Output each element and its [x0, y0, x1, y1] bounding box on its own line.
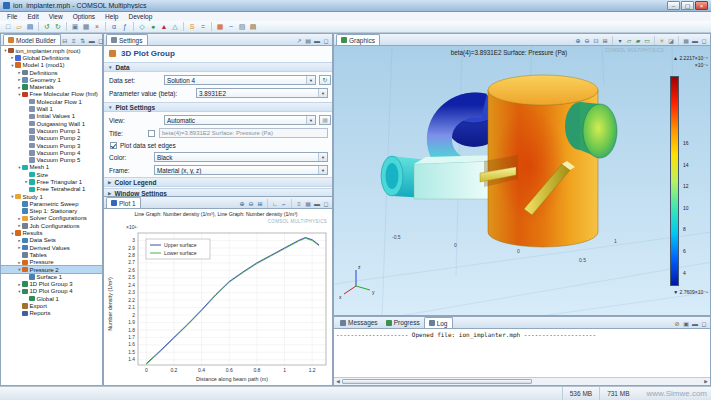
tree-node-data-sets[interactable]: ▸Data Sets	[1, 237, 102, 244]
x-axis-log-icon[interactable]: ∟	[271, 200, 279, 208]
tree-node-export[interactable]: Export	[1, 302, 102, 309]
tree-node-mesh-1[interactable]: ▾Mesh 1	[1, 164, 102, 171]
zoom-out-icon[interactable]: ⊖	[583, 37, 591, 45]
materials-icon[interactable]: ●	[148, 22, 158, 32]
clear-log-icon[interactable]: ⊘	[673, 320, 681, 328]
minimize-button[interactable]: –	[667, 1, 680, 10]
tree-node-parametric-sweep[interactable]: Parametric Sweep	[1, 200, 102, 207]
panel-maximize-icon[interactable]: ◻	[700, 320, 708, 328]
tree-node-vacuum-pump-5[interactable]: Vacuum Pump 5	[1, 156, 102, 163]
tree-node-reports[interactable]: Reports	[1, 310, 102, 317]
snapshot-icon[interactable]: ▦	[304, 200, 312, 208]
section-header-color-legend[interactable]: ▶ Color Legend	[104, 177, 332, 187]
tree-node-1d-plot-group-3[interactable]: ▸1D Plot Group 3	[1, 281, 102, 288]
tab-model-builder[interactable]: Model Builder	[3, 34, 61, 45]
study-icon[interactable]: S	[187, 22, 197, 32]
refresh-solution-button[interactable]: ↻	[319, 75, 331, 85]
zoom-box-icon[interactable]: ⊡	[592, 37, 600, 45]
menu-edit[interactable]: Edit	[22, 13, 43, 20]
section-header-data[interactable]: ▼ Data	[104, 62, 332, 72]
zoom-out-icon[interactable]: ⊖	[247, 200, 255, 208]
tab-log[interactable]: Log	[424, 317, 453, 328]
tree-node-wall-1[interactable]: Wall 1	[1, 105, 102, 112]
go-to-default-view-icon[interactable]: ▾	[616, 37, 624, 45]
move-node-icon[interactable]: ⇅	[79, 37, 87, 45]
open-icon[interactable]: ▱	[14, 22, 24, 32]
plot-icon[interactable]: ~	[226, 22, 236, 32]
scrollbar-thumb[interactable]	[342, 379, 532, 384]
panel-minimize-icon[interactable]: ▬	[313, 37, 321, 45]
zoom-extents-icon[interactable]: ⊞	[601, 37, 609, 45]
tree-node-tables[interactable]: Tables	[1, 251, 102, 258]
show-name-and-tag-icon[interactable]: ≡	[70, 37, 78, 45]
report-icon[interactable]: ▤	[248, 22, 258, 32]
help-icon[interactable]: ▤	[304, 37, 312, 45]
tree-node-vacuum-pump-2[interactable]: Vacuum Pump 2	[1, 135, 102, 142]
tree-node-outgassing-wall-1[interactable]: Outgassing Wall 1	[1, 120, 102, 127]
tab-settings[interactable]: Settings	[106, 34, 148, 45]
snapshot-icon[interactable]: ▦	[682, 37, 690, 45]
mesh-icon[interactable]: △	[170, 22, 180, 32]
undo-icon[interactable]: ↺	[42, 22, 52, 32]
zoom-extents-icon[interactable]: ⊞	[256, 200, 264, 208]
menu-options[interactable]: Options	[68, 13, 100, 20]
results-icon[interactable]: ▦	[215, 22, 225, 32]
plot-data-set-edges-checkbox[interactable]	[110, 142, 117, 149]
graphics-3d-view[interactable]: z x y	[334, 46, 710, 315]
tree-node-step-1-stationary[interactable]: Step 1: Stationary	[1, 208, 102, 215]
tree-node-vacuum-pump-3[interactable]: Vacuum Pump 3	[1, 142, 102, 149]
functions-icon[interactable]: ƒ	[120, 22, 130, 32]
panel-minimize-icon[interactable]: ▬	[691, 37, 699, 45]
menu-view[interactable]: View	[44, 13, 68, 20]
tree-node-1d-plot-group-4[interactable]: ▾1D Plot Group 4	[1, 288, 102, 295]
tree-node-molecular-flow-1[interactable]: Molecular Flow 1	[1, 98, 102, 105]
view-select[interactable]: Automatic ▼	[164, 115, 316, 125]
log-horizontal-scrollbar[interactable]: ◀ ▶	[334, 377, 710, 385]
y-axis-log-icon[interactable]: ⌐	[280, 200, 288, 208]
panel-minimize-icon[interactable]: ▬	[691, 320, 699, 328]
float-window-icon[interactable]: ▣	[682, 320, 690, 328]
menu-file[interactable]: File	[2, 13, 22, 20]
zoom-in-icon[interactable]: ⊕	[574, 37, 582, 45]
detach-settings-icon[interactable]: ↗	[295, 37, 303, 45]
scene-light-icon[interactable]: ☀	[658, 37, 666, 45]
tree-node-derived-values[interactable]: ▸Derived Values	[1, 244, 102, 251]
image-icon[interactable]: ▧	[237, 22, 247, 32]
tree-node-size[interactable]: Size	[1, 171, 102, 178]
panel-maximize-icon[interactable]: ◻	[322, 200, 330, 208]
frame-select[interactable]: Material (x, y, z) ▼	[154, 165, 328, 175]
plot-area[interactable]: Line Graph: Number density (1/m³), Line …	[104, 209, 332, 385]
tree-node-initial-values-1[interactable]: Initial Values 1	[1, 113, 102, 120]
menu-help[interactable]: Help	[100, 13, 123, 20]
tree-node-definitions[interactable]: ▸Definitions	[1, 69, 102, 76]
tab-messages[interactable]: Messages	[336, 317, 382, 328]
parameters-icon[interactable]: α	[109, 22, 119, 32]
tree-node-geometry-1[interactable]: ▸Geometry 1	[1, 76, 102, 83]
tab-plot-1[interactable]: Plot 1	[106, 197, 141, 208]
menu-develop[interactable]: Develop	[123, 13, 157, 20]
color-select[interactable]: Black ▼	[154, 152, 328, 162]
go-to-yz-view-icon[interactable]: ▰	[634, 37, 642, 45]
param-value-select[interactable]: 3.8931E2 ▼	[196, 88, 328, 98]
redo-icon[interactable]: ↻	[53, 22, 63, 32]
tree-node-vacuum-pump-4[interactable]: Vacuum Pump 4	[1, 149, 102, 156]
tree-node-materials[interactable]: ▸Materials	[1, 83, 102, 90]
scroll-left-icon[interactable]: ◀	[334, 378, 342, 385]
tree-node-pressure-2[interactable]: ▾Pressure 2	[1, 266, 102, 273]
tree-node-ion-implanter-mph-root[interactable]: ▾ion_implanter.mph (root)	[1, 47, 102, 54]
tree-node-vacuum-pump-1[interactable]: Vacuum Pump 1	[1, 127, 102, 134]
title-checkbox[interactable]	[148, 130, 155, 137]
zoom-in-icon[interactable]: ⊕	[238, 200, 246, 208]
copy-icon[interactable]: ▣	[70, 22, 80, 32]
tree-node-free-molecular-flow-fmf[interactable]: ▾Free Molecular Flow (fmf)	[1, 91, 102, 98]
graphics-view[interactable]: z x y beta(4)=3.8931E2 Surface: Pressure…	[334, 46, 710, 315]
tree-node-global-definitions[interactable]: ▸Global Definitions	[1, 54, 102, 61]
compute-icon[interactable]: =	[198, 22, 208, 32]
titlebar[interactable]: ion_implanter.mph - COMSOL Multiphysics …	[0, 0, 711, 12]
new-icon[interactable]: □	[3, 22, 13, 32]
view-extra-button[interactable]: ▦	[319, 115, 331, 125]
section-header-plot-settings[interactable]: ▼ Plot Settings	[104, 102, 332, 112]
go-to-zx-view-icon[interactable]: ▭	[643, 37, 651, 45]
legend-toggle-icon[interactable]: ≡	[295, 200, 303, 208]
tree-node-pressure[interactable]: ▸Pressure	[1, 259, 102, 266]
